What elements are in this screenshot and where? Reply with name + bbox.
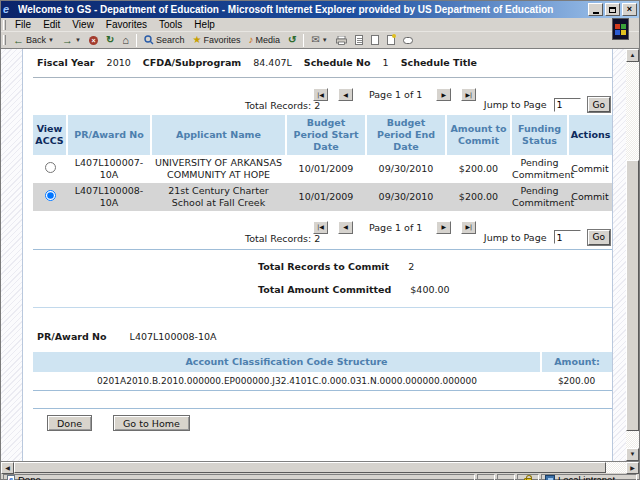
print-icon bbox=[336, 36, 347, 45]
back-label: Back bbox=[26, 35, 46, 45]
total-records-value: 2 bbox=[314, 100, 320, 111]
page-viewport: Fiscal Year 2010 CFDA/Subprogram 84.407L… bbox=[1, 49, 639, 461]
table-header-row: View ACCS PR/Award No Applicant Name Bud… bbox=[33, 115, 612, 155]
last-page-button[interactable]: ▶| bbox=[461, 221, 476, 234]
speech-bubble-icon bbox=[403, 37, 413, 44]
favorites-button[interactable]: ★ Favorites bbox=[189, 33, 245, 48]
forward-dropdown-icon[interactable]: ▼ bbox=[75, 37, 81, 43]
windows-flag-icon bbox=[615, 24, 626, 35]
menu-file[interactable]: File bbox=[9, 18, 37, 31]
divider bbox=[33, 307, 612, 308]
forward-icon: → bbox=[62, 35, 73, 46]
commit-link[interactable]: Commit bbox=[571, 191, 608, 202]
form-buttons: Done Go to Home bbox=[47, 415, 612, 431]
jump-to-page-input[interactable] bbox=[554, 98, 581, 112]
menu-edit[interactable]: Edit bbox=[37, 18, 66, 31]
page-navigation: |◀ ◀ Page 1 of 1 ▶ ▶| bbox=[313, 221, 486, 234]
accs-table: Account Classification Code Structure Am… bbox=[33, 352, 612, 392]
page-left-margin bbox=[1, 49, 23, 461]
pr-award-no-value: L407L100008-10A bbox=[130, 331, 217, 342]
menu-favorites[interactable]: Favorites bbox=[100, 18, 153, 31]
budget-end-cell: 09/30/2010 bbox=[366, 155, 446, 183]
first-page-button[interactable]: |◀ bbox=[313, 221, 328, 234]
history-button[interactable]: ↺ bbox=[284, 33, 300, 48]
local-intranet-icon bbox=[545, 475, 555, 480]
media-button[interactable]: ♪ Media bbox=[244, 33, 284, 48]
minimize-button[interactable] bbox=[588, 3, 603, 16]
ie-icon: e bbox=[3, 4, 15, 16]
print-button[interactable] bbox=[332, 33, 351, 48]
stop-button[interactable]: × bbox=[85, 33, 102, 48]
vertical-scroll-track[interactable] bbox=[626, 62, 639, 448]
menu-help[interactable]: Help bbox=[188, 18, 221, 31]
back-dropdown-icon[interactable]: ▼ bbox=[48, 37, 54, 43]
funding-status-cell: Pending Commitment bbox=[511, 183, 568, 211]
horizontal-scroll-thumb[interactable] bbox=[14, 462, 606, 473]
next-page-button[interactable]: ▶ bbox=[436, 88, 451, 101]
go-button[interactable]: Go bbox=[588, 97, 610, 112]
back-button[interactable]: ← Back ▼ bbox=[9, 33, 58, 48]
menu-view[interactable]: View bbox=[66, 18, 100, 31]
go-to-home-button[interactable]: Go to Home bbox=[113, 415, 190, 431]
table-row-selected: L407L100008-10A 21st Century Charter Sch… bbox=[33, 183, 612, 211]
accs-header-row: Account Classification Code Structure Am… bbox=[33, 352, 612, 372]
first-page-button[interactable]: |◀ bbox=[313, 88, 328, 101]
col-header-amount-to-commit: Amount to Commit bbox=[446, 115, 511, 155]
divider bbox=[33, 408, 612, 409]
security-pane bbox=[517, 474, 539, 480]
media-icon: ♪ bbox=[248, 35, 253, 45]
research-button[interactable] bbox=[399, 33, 417, 48]
horizontal-scrollbar[interactable]: ◀ ▶ bbox=[1, 461, 639, 473]
accs-code-value: 0201A2010.B.2010.000000.EP000000.J32.410… bbox=[33, 372, 541, 391]
toolbar-grip[interactable] bbox=[3, 20, 6, 30]
page-info: Page 1 of 1 bbox=[369, 222, 422, 233]
search-button[interactable]: Search bbox=[140, 33, 189, 48]
horizontal-scroll-track[interactable] bbox=[14, 462, 626, 473]
mail-icon: ✉ bbox=[311, 35, 319, 45]
done-button[interactable]: Done bbox=[47, 415, 92, 431]
previous-page-button[interactable]: ◀ bbox=[338, 88, 353, 101]
view-accs-radio[interactable] bbox=[45, 190, 56, 201]
mail-button[interactable]: ✉ ▼ bbox=[307, 33, 331, 48]
schedule-title-label: Schedule Title bbox=[401, 57, 477, 68]
accs-code-header: Account Classification Code Structure bbox=[33, 352, 541, 372]
restore-button[interactable] bbox=[605, 3, 620, 16]
mail-dropdown-icon[interactable]: ▼ bbox=[322, 37, 328, 43]
status-empty-pane bbox=[497, 474, 515, 480]
messenger-icon bbox=[387, 35, 395, 45]
jump-to-page: Jump to Page Go bbox=[484, 230, 610, 245]
pr-award-no-cell: L407L100008-10A bbox=[67, 183, 151, 211]
minimize-icon bbox=[593, 12, 599, 14]
commit-link[interactable]: Commit bbox=[571, 163, 608, 174]
fiscal-year-value: 2010 bbox=[107, 57, 131, 68]
home-button[interactable]: ⌂ bbox=[118, 33, 133, 48]
forward-button[interactable]: → ▼ bbox=[58, 33, 85, 48]
messenger-button[interactable] bbox=[383, 33, 399, 48]
jump-to-page-input[interactable] bbox=[554, 230, 581, 244]
vertical-scrollbar[interactable]: ▲ ▼ bbox=[626, 49, 639, 461]
toolbar-grip[interactable] bbox=[3, 35, 6, 45]
col-header-pr-award-no: PR/Award No bbox=[67, 115, 151, 155]
menu-tools[interactable]: Tools bbox=[153, 18, 188, 31]
refresh-button[interactable]: ↻ bbox=[102, 33, 118, 48]
go-button[interactable]: Go bbox=[588, 230, 610, 245]
edit-button[interactable] bbox=[351, 33, 367, 48]
vertical-scroll-thumb[interactable] bbox=[626, 160, 639, 431]
view-accs-radio[interactable] bbox=[45, 162, 56, 173]
previous-page-button[interactable]: ◀ bbox=[338, 221, 353, 234]
window-title: Welcome to GS - Department of Education … bbox=[18, 4, 586, 15]
total-records-to-commit-value: 2 bbox=[408, 261, 414, 272]
applicant-name-cell: 21st Century Charter School at Fall Cree… bbox=[151, 183, 286, 211]
total-records-value: 2 bbox=[314, 233, 320, 244]
scroll-down-button[interactable]: ▼ bbox=[626, 448, 639, 461]
totals-section: Total Records to Commit 2 Total Amount C… bbox=[258, 261, 612, 295]
scroll-up-button[interactable]: ▲ bbox=[626, 49, 639, 62]
last-page-button[interactable]: ▶| bbox=[461, 88, 476, 101]
budget-start-cell: 10/01/2009 bbox=[286, 183, 366, 211]
next-page-button[interactable]: ▶ bbox=[436, 221, 451, 234]
page-navigation: |◀ ◀ Page 1 of 1 ▶ ▶| bbox=[313, 88, 486, 101]
discuss-button[interactable] bbox=[367, 33, 383, 48]
view-accs-cell bbox=[33, 183, 67, 211]
close-button[interactable]: × bbox=[622, 3, 637, 16]
total-records: Total Records: 2 bbox=[245, 100, 320, 111]
